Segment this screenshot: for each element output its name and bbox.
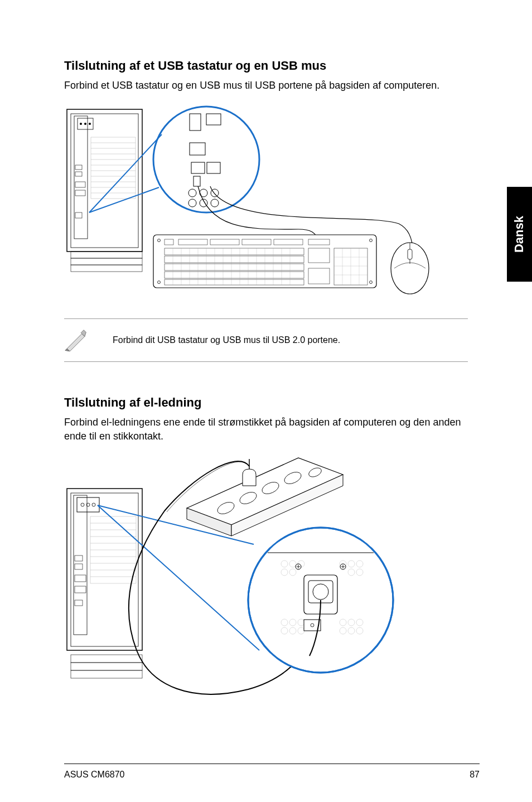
svg-rect-19 [75,172,82,176]
svg-rect-25 [71,265,142,272]
svg-rect-87 [77,497,99,512]
svg-rect-85 [71,493,138,646]
section-power: Tilslutning af el-ledning Forbind el-led… [64,395,468,717]
svg-rect-86 [74,495,87,635]
svg-rect-24 [71,258,142,265]
page-footer: ASUS CM6870 87 [64,764,480,780]
svg-rect-21 [75,190,85,196]
language-label: Dansk [512,216,527,253]
section-usb-body: Forbind et USB tastatur og en USB mus ti… [64,79,468,93]
section-power-body: Forbind el-ledningens ene ende til strøm… [64,416,468,443]
svg-rect-108 [71,670,142,678]
section-usb: Tilslutning af et USB tastatur og en USB… [64,59,468,362]
svg-line-27 [89,187,159,212]
svg-rect-40 [194,176,200,186]
note-text: Forbind dit USB tastatur og USB mus til … [113,335,340,345]
svg-rect-106 [71,655,142,663]
svg-point-5 [84,123,86,125]
svg-rect-105 [75,600,83,606]
svg-rect-83 [408,249,412,259]
svg-point-88 [81,503,84,506]
power-connection-diagram [64,455,468,717]
svg-rect-107 [71,663,142,670]
pencil-icon [64,329,88,351]
svg-rect-7 [91,137,136,199]
svg-point-6 [89,123,91,125]
svg-point-4 [80,123,82,125]
footer-page-number: 87 [470,770,480,780]
footer-product: ASUS CM6870 [64,770,125,780]
svg-rect-102 [75,564,83,569]
svg-rect-104 [75,586,86,593]
section-power-heading: Tilslutning af el-ledning [64,395,468,410]
svg-rect-0 [67,109,142,252]
svg-line-28 [89,134,162,212]
language-tab: Dansk [507,187,532,282]
svg-rect-1 [71,114,138,248]
svg-rect-2 [74,116,88,239]
svg-rect-18 [75,165,82,170]
svg-rect-22 [75,212,82,218]
section-usb-heading: Tilslutning af et USB tastatur og en USB… [64,59,468,73]
svg-point-90 [92,503,95,506]
note-box: Forbind dit USB tastatur og USB mus til … [64,318,468,362]
svg-rect-103 [75,575,86,582]
svg-rect-101 [75,555,83,561]
svg-rect-20 [75,182,85,187]
svg-point-149 [313,584,328,600]
usb-connection-diagram [64,104,468,305]
svg-rect-23 [71,252,142,258]
